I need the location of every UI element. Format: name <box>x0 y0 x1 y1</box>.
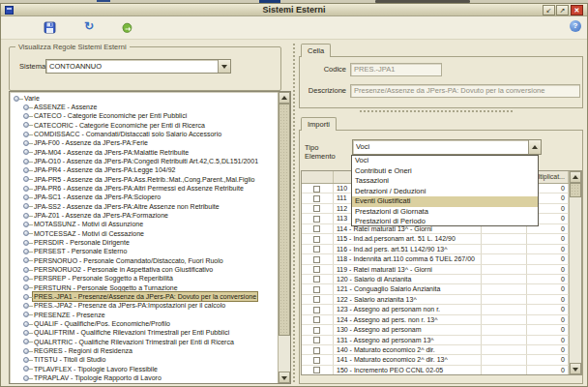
row-checkbox[interactable] <box>313 225 320 232</box>
table-row[interactable]: 150 - Incremento PEO CCNL 02-05 0 <box>302 366 569 374</box>
tree-item[interactable]: QUALIF - Qualifiche/Pos. Economiche/Prof… <box>23 319 278 328</box>
table-row[interactable]: 118 - Indennità art.110 comma 6 TUEL 267… <box>302 254 569 264</box>
table-row[interactable]: 131 - Assegno ad personam 13^ 0 <box>302 336 569 345</box>
tree-item[interactable]: ASSENZE - Assenze <box>23 103 278 111</box>
moltiplicatore-cell[interactable]: 0 <box>527 366 569 374</box>
row-checkbox[interactable] <box>313 337 320 343</box>
sistema-combobox[interactable]: CONTOANNUO <box>45 59 231 74</box>
table-row[interactable]: 115 - Ind.ad.personam art. 51 L. 142/90 … <box>302 234 569 244</box>
tab-importi[interactable]: Importi <box>301 117 337 131</box>
tree-item[interactable]: PRES.-JPA1 - Presenze/Assenze da JPers-P… <box>23 292 278 301</box>
tipo-elemento-dropdown-button[interactable] <box>528 140 541 154</box>
scroll-down-button[interactable] <box>570 363 581 374</box>
tree-item[interactable]: JPA-SS2 - Assenze da JPers-PA:Altre Asse… <box>23 202 278 211</box>
row-checkbox[interactable] <box>313 307 320 313</box>
tree-item[interactable]: REGRES - Regioni di Residenza <box>23 346 278 355</box>
moltiplicatore-cell[interactable]: 0 <box>527 245 569 253</box>
tree-item[interactable]: JPA-PR4 - Assenze da JPers-PA:Legge 104/… <box>23 165 278 174</box>
tree-item[interactable]: JPA-PR5 - Assenze da JPers-PA:Ass.Retrib… <box>23 175 278 184</box>
row-checkbox[interactable] <box>313 195 320 202</box>
codice-field[interactable]: PRES.-JPA1 <box>350 63 442 76</box>
scrollbar-thumb[interactable] <box>570 183 581 197</box>
tipo-elemento-combobox[interactable]: Voci <box>352 139 542 155</box>
tab-cella[interactable]: Cella <box>301 44 331 57</box>
dropdown-option[interactable]: Detrazioni / Deduzioni <box>352 187 538 197</box>
row-checkbox[interactable] <box>313 347 320 354</box>
row-checkbox[interactable] <box>313 186 320 193</box>
tree-item[interactable]: CATECORIC - Categorie Economiche per Ent… <box>23 121 278 130</box>
tree-item[interactable]: PERSNORUO - Personale Comandato/Distacca… <box>23 256 278 265</box>
tree-item[interactable]: JPA-F00 - Assenze da JPers-PA:Ferie <box>23 138 278 147</box>
close-button[interactable]: ✕ <box>571 5 583 15</box>
dropdown-option[interactable]: Prestazioni di Giornata <box>352 207 538 218</box>
tree-item[interactable]: CATECO - Categorie Economiche per Enti P… <box>23 111 278 120</box>
tree-item[interactable]: MOTASSUNZ - Motivi di Assunzione <box>23 220 278 228</box>
tree-item[interactable]: JPA-Z01 - Assenze da JPers-PA:Formazione <box>23 211 278 220</box>
dropdown-option[interactable]: Contributi e Oneri <box>352 166 538 177</box>
dropdown-option[interactable]: Eventi Giustificati <box>352 196 538 207</box>
tree-item[interactable]: JPA-PR6 - Assenze da JPers-PA:Altri Perm… <box>23 184 278 193</box>
scroll-up-button[interactable] <box>279 92 290 104</box>
moltiplicatore-cell[interactable]: 0 <box>527 315 569 324</box>
tree-item[interactable]: MOTCESSAZ - Motivi di Cessazione <box>23 229 278 238</box>
minimize-button[interactable]: ↙ <box>543 5 555 15</box>
table-row[interactable]: 119 - Ratei maturati 13^ - Giorni 0 <box>302 265 569 275</box>
row-checkbox[interactable] <box>313 266 320 273</box>
row-checkbox[interactable] <box>313 357 320 364</box>
moltiplicatore-cell[interactable]: 0 <box>527 325 569 334</box>
moltiplicatore-cell[interactable]: 0 <box>527 355 569 364</box>
descrizione-field[interactable]: Presenze/Assenze da JPers-PA: Dovuto per… <box>350 84 580 98</box>
vertical-splitter[interactable] <box>292 43 297 384</box>
tree-scrollbar[interactable] <box>278 92 290 383</box>
table-row[interactable]: 140 - Maturato economico 2^ dir. 0 <box>302 345 569 355</box>
horizontal-splitter[interactable] <box>359 109 514 113</box>
row-checkbox[interactable] <box>313 327 320 334</box>
tree-item[interactable]: PERSREP - Personale Soggetto a Reperibil… <box>23 274 278 283</box>
dropdown-option[interactable]: Tassazioni <box>352 176 538 187</box>
sistema-dropdown-button[interactable] <box>218 60 230 73</box>
dropdown-option[interactable]: Prestazioni di Periodo <box>352 217 538 227</box>
tree-item[interactable]: COMDISSACC - Comandati/Distaccati solo S… <box>23 130 278 138</box>
row-checkbox[interactable] <box>313 246 320 253</box>
moltiplicatore-cell[interactable]: 0 <box>527 275 569 283</box>
moltiplicatore-cell[interactable]: 0 <box>527 234 569 243</box>
table-row[interactable]: 120 - Salario di Anzianita 0 <box>302 275 569 284</box>
tree-item[interactable]: JPA-O10 - Assenze da JPers-PA:Congedi Re… <box>23 157 278 165</box>
tree-item[interactable]: QUALRTRIC - Qualifiche Rilevazioni Trime… <box>23 338 278 346</box>
tree-item[interactable]: PRES.-JPA2 - Presenze da JPers-PA:Impost… <box>23 301 278 310</box>
table-row[interactable]: 123 - Assegno ad personam non r. 0 <box>302 305 569 314</box>
row-checkbox[interactable] <box>313 256 320 263</box>
tree-item[interactable]: PERSNORUO2 - Personale in Aspettativa co… <box>23 265 278 274</box>
moltiplicatore-cell[interactable]: 0 <box>527 295 569 304</box>
row-checkbox[interactable] <box>313 316 320 323</box>
tree-item[interactable]: PERSEST - Personale Esterno <box>23 247 278 255</box>
maximize-button[interactable]: ↗ <box>556 5 569 15</box>
tree-item[interactable]: PERSDIR - Personale Dirigente <box>23 238 278 247</box>
row-checkbox[interactable] <box>313 276 320 283</box>
refresh-icon[interactable]: ↻ <box>82 20 96 34</box>
save-icon[interactable] <box>44 20 57 34</box>
tree-item[interactable]: PRESENZE - Presenze <box>23 311 278 319</box>
table-row[interactable]: 116 - Ind.ad pers. art.51 L142/90 13^ 0 <box>302 245 569 254</box>
title-bar[interactable]: Sistemi Esterni ↙ ↗ ✕ <box>1 4 587 16</box>
table-row[interactable]: 122 - Salario anzianita 13^ 0 <box>302 295 569 305</box>
moltiplicatore-cell[interactable]: 0 <box>527 336 569 344</box>
tree-item[interactable]: TPLAVFLEX - Tipologie Lavoro Flessibile <box>23 365 278 373</box>
tree-item[interactable]: TPRAPLAV - Tipologie Rapporto di Lavoro <box>23 373 278 382</box>
row-checkbox[interactable] <box>313 216 320 223</box>
dropdown-option[interactable]: Voci <box>352 156 538 166</box>
row-checkbox[interactable] <box>313 296 320 303</box>
moltiplicatore-cell[interactable]: 0 <box>527 305 569 313</box>
scroll-down-button[interactable] <box>279 372 290 383</box>
table-row[interactable]: 130 - Assegno ad personam 0 <box>302 325 569 335</box>
row-checkbox[interactable] <box>313 367 320 373</box>
tree-item[interactable]: QUALIFTRIM - Qualifiche Rilevazioni Trim… <box>23 328 278 337</box>
tree-root-node[interactable]: Varie <box>14 94 42 103</box>
exit-icon[interactable] <box>121 20 134 34</box>
table-row[interactable]: 141 - Maturato economico 2^ dir. 13^ 0 <box>302 355 569 365</box>
tree-item[interactable]: JPA-M04 - Assenze da JPers-PA:Malattie R… <box>23 148 278 157</box>
rules-tree[interactable]: Varie ASSENZE - Assenze CATECO - Categor… <box>9 91 291 384</box>
row-checkbox[interactable] <box>313 286 320 293</box>
moltiplicatore-cell[interactable]: 0 <box>527 284 569 293</box>
moltiplicatore-cell[interactable]: 0 <box>527 345 569 354</box>
